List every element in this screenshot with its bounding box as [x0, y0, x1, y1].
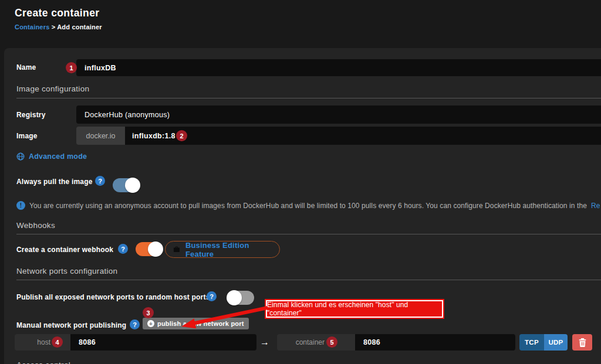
- section-heading-image-configuration: Image configuration: [16, 84, 89, 93]
- remove-port-button[interactable]: [572, 334, 592, 351]
- image-value: influxdb:1.8: [132, 132, 175, 140]
- annotation-badge-1: 1: [66, 62, 77, 73]
- info-icon: !: [16, 201, 25, 210]
- toggle-knob: [227, 290, 242, 305]
- section-heading-webhooks: Webhooks: [16, 221, 55, 230]
- plus-circle-icon: +: [147, 320, 154, 327]
- manual-port-publishing-label: Manual network port publishing: [16, 321, 126, 329]
- registry-selected-value: DockerHub (anonymous): [85, 111, 170, 119]
- briefcase-icon: [173, 246, 180, 253]
- tcp-protocol-button[interactable]: TCP: [519, 334, 544, 351]
- registry-select[interactable]: DockerHub (anonymous): [76, 106, 601, 124]
- create-container-page: Create container Containers > Add contai…: [0, 0, 601, 364]
- breadcrumb-current: Add container: [57, 23, 102, 30]
- image-input-group: docker.io influxdb:1.8: [76, 127, 601, 145]
- registries-link[interactable]: Regist: [591, 202, 600, 210]
- publish-all-toggle[interactable]: [227, 291, 254, 305]
- help-icon[interactable]: ?: [130, 319, 140, 329]
- create-webhook-toggle[interactable]: [136, 242, 163, 256]
- divider: [16, 234, 601, 234]
- trash-icon: [579, 338, 586, 347]
- help-icon[interactable]: ?: [207, 291, 217, 301]
- container-port-input[interactable]: [355, 334, 515, 351]
- host-port-input[interactable]: [70, 334, 256, 351]
- port-mapping-arrow-icon: →: [260, 337, 269, 348]
- notice-text: You are currently using an anonymous acc…: [29, 202, 587, 210]
- toggle-knob: [125, 178, 140, 193]
- advanced-mode-link[interactable]: Advanced mode: [16, 152, 87, 161]
- annotation-badge-3: 3: [143, 307, 154, 318]
- help-icon[interactable]: ?: [118, 244, 128, 254]
- always-pull-toggle[interactable]: [113, 178, 140, 192]
- breadcrumb-link-containers[interactable]: Containers: [15, 23, 49, 30]
- page-title: Create container: [15, 7, 100, 19]
- annotation-badge-2: 2: [176, 130, 187, 141]
- dockerhub-pull-notice: ! You are currently using an anonymous a…: [16, 201, 600, 210]
- globe-icon: [16, 152, 25, 161]
- image-registry-prefix-addon: docker.io: [76, 127, 125, 145]
- toggle-knob: [148, 241, 163, 257]
- image-label: Image: [16, 132, 38, 140]
- container-port-addon: container: [277, 334, 355, 351]
- image-input[interactable]: influxdb:1.8: [125, 127, 601, 145]
- publish-all-label: Publish all exposed network ports to ran…: [16, 293, 210, 301]
- help-icon[interactable]: ?: [95, 176, 105, 186]
- always-pull-label: Always pull the image: [16, 178, 93, 186]
- breadcrumb: Containers > Add container: [15, 23, 102, 30]
- name-input[interactable]: [76, 59, 601, 76]
- business-edition-feature-badge[interactable]: Business Edition Feature: [165, 241, 280, 258]
- publish-port-button-label: publish a new network port: [157, 320, 244, 327]
- annotation-badge-4: 4: [52, 336, 63, 348]
- publish-new-network-port-button[interactable]: + publish a new network port: [143, 318, 249, 329]
- divider: [16, 280, 601, 280]
- breadcrumb-separator: >: [52, 23, 56, 30]
- section-heading-access-control: Access control: [16, 360, 70, 364]
- advanced-mode-label: Advanced mode: [29, 152, 87, 161]
- business-edition-feature-label: Business Edition Feature: [185, 241, 272, 258]
- create-webhook-label: Create a container webhook: [16, 246, 113, 254]
- section-heading-network-ports: Network ports configuration: [16, 267, 117, 275]
- registry-label: Registry: [16, 111, 46, 119]
- name-label: Name: [16, 63, 36, 72]
- divider: [16, 98, 601, 98]
- udp-protocol-button[interactable]: UDP: [544, 334, 568, 351]
- annotation-badge-5: 5: [326, 336, 337, 348]
- annotation-callout: Einmal klicken und es erscheinen "host" …: [266, 300, 443, 318]
